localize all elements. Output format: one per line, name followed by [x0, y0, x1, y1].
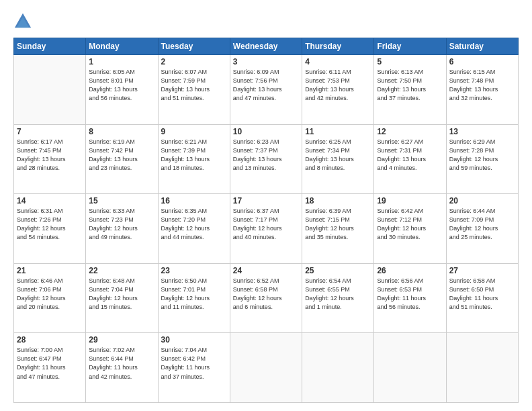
week-row-3: 14Sunrise: 6:31 AM Sunset: 7:26 PM Dayli… [14, 194, 519, 264]
day-info: Sunrise: 6:05 AM Sunset: 8:01 PM Dayligh… [89, 68, 154, 103]
day-number: 20 [449, 196, 515, 205]
day-number: 27 [449, 266, 515, 275]
day-info: Sunrise: 6:23 AM Sunset: 7:37 PM Dayligh… [233, 138, 299, 173]
day-number: 15 [89, 196, 154, 205]
day-cell: 7Sunrise: 6:17 AM Sunset: 7:45 PM Daylig… [14, 124, 86, 194]
weekday-header-row: SundayMondayTuesdayWednesdayThursdayFrid… [14, 38, 519, 55]
weekday-header-friday: Friday [374, 38, 446, 55]
day-number: 25 [305, 266, 371, 275]
day-number: 24 [233, 266, 299, 275]
day-info: Sunrise: 7:02 AM Sunset: 6:44 PM Dayligh… [89, 346, 154, 381]
day-info: Sunrise: 6:19 AM Sunset: 7:42 PM Dayligh… [89, 138, 154, 173]
day-info: Sunrise: 7:00 AM Sunset: 6:47 PM Dayligh… [17, 346, 83, 381]
day-info: Sunrise: 6:09 AM Sunset: 7:56 PM Dayligh… [233, 68, 299, 103]
day-number: 9 [161, 127, 227, 136]
day-cell: 13Sunrise: 6:29 AM Sunset: 7:28 PM Dayli… [446, 124, 518, 194]
day-info: Sunrise: 6:31 AM Sunset: 7:26 PM Dayligh… [17, 207, 83, 242]
day-info: Sunrise: 6:13 AM Sunset: 7:50 PM Dayligh… [377, 68, 443, 103]
day-info: Sunrise: 6:21 AM Sunset: 7:39 PM Dayligh… [161, 138, 227, 173]
day-number: 1 [89, 57, 154, 66]
day-number: 6 [449, 57, 515, 66]
day-cell: 17Sunrise: 6:37 AM Sunset: 7:17 PM Dayli… [230, 194, 302, 264]
day-info: Sunrise: 6:35 AM Sunset: 7:20 PM Dayligh… [161, 207, 227, 242]
day-info: Sunrise: 6:46 AM Sunset: 7:06 PM Dayligh… [17, 277, 83, 312]
day-number: 11 [305, 127, 371, 136]
day-number: 13 [449, 127, 515, 136]
day-cell: 8Sunrise: 6:19 AM Sunset: 7:42 PM Daylig… [86, 124, 158, 194]
day-cell: 10Sunrise: 6:23 AM Sunset: 7:37 PM Dayli… [230, 124, 302, 194]
day-cell: 22Sunrise: 6:48 AM Sunset: 7:04 PM Dayli… [86, 263, 158, 333]
day-cell [374, 333, 446, 403]
day-info: Sunrise: 6:25 AM Sunset: 7:34 PM Dayligh… [305, 138, 371, 173]
day-number: 21 [17, 266, 83, 275]
day-cell: 4Sunrise: 6:11 AM Sunset: 7:53 PM Daylig… [302, 55, 374, 125]
day-cell: 30Sunrise: 7:04 AM Sunset: 6:42 PM Dayli… [158, 333, 230, 403]
day-cell: 2Sunrise: 6:07 AM Sunset: 7:59 PM Daylig… [158, 55, 230, 125]
day-number: 30 [161, 335, 227, 345]
day-cell: 16Sunrise: 6:35 AM Sunset: 7:20 PM Dayli… [158, 194, 230, 264]
day-info: Sunrise: 6:33 AM Sunset: 7:23 PM Dayligh… [89, 207, 154, 242]
day-number: 16 [161, 196, 227, 205]
day-number: 10 [233, 127, 299, 136]
page: SundayMondayTuesdayWednesdayThursdayFrid… [0, 0, 532, 411]
day-info: Sunrise: 6:39 AM Sunset: 7:15 PM Dayligh… [305, 207, 371, 242]
day-number: 8 [89, 127, 154, 136]
day-cell: 5Sunrise: 6:13 AM Sunset: 7:50 PM Daylig… [374, 55, 446, 125]
weekday-header-tuesday: Tuesday [158, 38, 230, 55]
day-cell: 14Sunrise: 6:31 AM Sunset: 7:26 PM Dayli… [14, 194, 86, 264]
day-number: 17 [233, 196, 299, 205]
logo [13, 12, 35, 31]
day-cell [302, 333, 374, 403]
day-number: 29 [89, 335, 154, 345]
day-info: Sunrise: 6:44 AM Sunset: 7:09 PM Dayligh… [449, 207, 515, 242]
day-number: 3 [233, 57, 299, 66]
day-cell: 18Sunrise: 6:39 AM Sunset: 7:15 PM Dayli… [302, 194, 374, 264]
day-number: 28 [17, 335, 83, 345]
day-info: Sunrise: 6:42 AM Sunset: 7:12 PM Dayligh… [377, 207, 443, 242]
day-info: Sunrise: 6:37 AM Sunset: 7:17 PM Dayligh… [233, 207, 299, 242]
day-cell: 3Sunrise: 6:09 AM Sunset: 7:56 PM Daylig… [230, 55, 302, 125]
day-number: 22 [89, 266, 154, 275]
day-number: 14 [17, 196, 83, 205]
day-cell: 23Sunrise: 6:50 AM Sunset: 7:01 PM Dayli… [158, 263, 230, 333]
day-cell: 28Sunrise: 7:00 AM Sunset: 6:47 PM Dayli… [14, 333, 86, 403]
week-row-2: 7Sunrise: 6:17 AM Sunset: 7:45 PM Daylig… [14, 124, 519, 194]
day-cell: 15Sunrise: 6:33 AM Sunset: 7:23 PM Dayli… [86, 194, 158, 264]
weekday-header-wednesday: Wednesday [230, 38, 302, 55]
day-info: Sunrise: 6:11 AM Sunset: 7:53 PM Dayligh… [305, 68, 371, 103]
weekday-header-saturday: Saturday [446, 38, 518, 55]
weekday-header-sunday: Sunday [14, 38, 86, 55]
day-cell: 25Sunrise: 6:54 AM Sunset: 6:55 PM Dayli… [302, 263, 374, 333]
week-row-4: 21Sunrise: 6:46 AM Sunset: 7:06 PM Dayli… [14, 263, 519, 333]
day-cell: 9Sunrise: 6:21 AM Sunset: 7:39 PM Daylig… [158, 124, 230, 194]
week-row-5: 28Sunrise: 7:00 AM Sunset: 6:47 PM Dayli… [14, 333, 519, 403]
day-info: Sunrise: 6:29 AM Sunset: 7:28 PM Dayligh… [449, 138, 515, 173]
day-info: Sunrise: 6:54 AM Sunset: 6:55 PM Dayligh… [305, 277, 371, 312]
day-cell: 1Sunrise: 6:05 AM Sunset: 8:01 PM Daylig… [86, 55, 158, 125]
calendar-table: SundayMondayTuesdayWednesdayThursdayFrid… [13, 38, 519, 403]
header [13, 12, 519, 31]
day-cell [14, 55, 86, 125]
week-row-1: 1Sunrise: 6:05 AM Sunset: 8:01 PM Daylig… [14, 55, 519, 125]
day-number: 26 [377, 266, 443, 275]
day-cell: 20Sunrise: 6:44 AM Sunset: 7:09 PM Dayli… [446, 194, 518, 264]
day-cell: 29Sunrise: 7:02 AM Sunset: 6:44 PM Dayli… [86, 333, 158, 403]
day-info: Sunrise: 7:04 AM Sunset: 6:42 PM Dayligh… [161, 346, 227, 381]
day-number: 19 [377, 196, 443, 205]
day-cell [230, 333, 302, 403]
day-info: Sunrise: 6:48 AM Sunset: 7:04 PM Dayligh… [89, 277, 154, 312]
day-number: 4 [305, 57, 371, 66]
day-cell: 6Sunrise: 6:15 AM Sunset: 7:48 PM Daylig… [446, 55, 518, 125]
day-cell: 19Sunrise: 6:42 AM Sunset: 7:12 PM Dayli… [374, 194, 446, 264]
day-number: 12 [377, 127, 443, 136]
day-cell: 27Sunrise: 6:58 AM Sunset: 6:50 PM Dayli… [446, 263, 518, 333]
day-number: 5 [377, 57, 443, 66]
day-cell: 11Sunrise: 6:25 AM Sunset: 7:34 PM Dayli… [302, 124, 374, 194]
day-number: 23 [161, 266, 227, 275]
day-cell: 21Sunrise: 6:46 AM Sunset: 7:06 PM Dayli… [14, 263, 86, 333]
day-info: Sunrise: 6:27 AM Sunset: 7:31 PM Dayligh… [377, 138, 443, 173]
weekday-header-monday: Monday [86, 38, 158, 55]
day-number: 18 [305, 196, 371, 205]
logo-icon [13, 12, 32, 31]
day-info: Sunrise: 6:56 AM Sunset: 6:53 PM Dayligh… [377, 277, 443, 312]
